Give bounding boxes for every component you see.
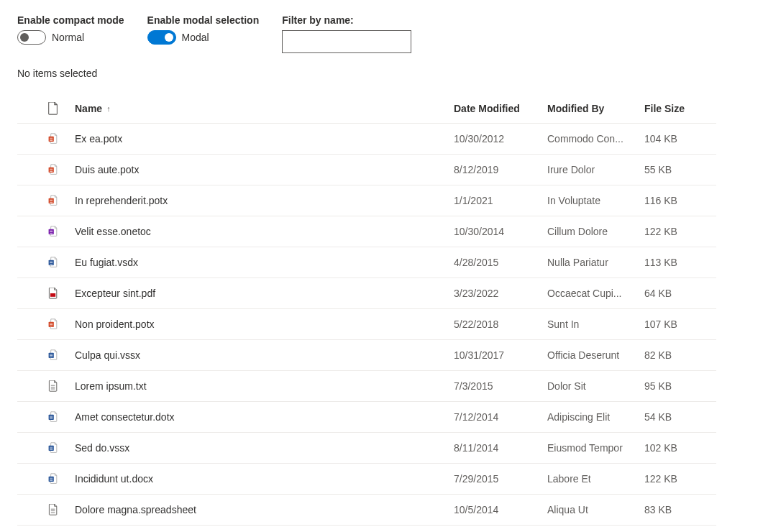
file-name: Incididunt ut.docx	[75, 473, 454, 485]
table-row[interactable]: Duis aute.potx8/12/2019Irure Dolor55 KB	[17, 155, 716, 185]
file-date: 10/31/2017	[454, 349, 547, 361]
file-modified-by: Cillum Dolore	[547, 226, 644, 237]
modal-selection-toggle[interactable]	[147, 30, 176, 45]
file-date: 5/22/2018	[454, 318, 547, 330]
filter-label: Filter by name:	[282, 14, 411, 26]
table-row[interactable]: Incididunt ut.docx7/29/2015Labore Et122 …	[17, 464, 716, 495]
svg-rect-7	[50, 171, 52, 172]
compact-mode-label: Enable compact mode	[17, 14, 124, 26]
column-header-size[interactable]: File Size	[644, 103, 716, 114]
svg-rect-39	[50, 449, 52, 450]
svg-rect-25	[49, 353, 54, 358]
table-row[interactable]: Lorem ipsum.txt7/3/2015Dolor Sit95 KB	[17, 371, 716, 402]
file-name: Non proident.potx	[75, 318, 454, 330]
svg-rect-37	[50, 447, 52, 448]
file-modified-by: Labore Et	[547, 473, 644, 485]
svg-rect-17	[50, 262, 52, 262]
svg-rect-22	[50, 324, 52, 324]
file-type-icon	[43, 380, 75, 392]
modal-selection-state: Modal	[182, 32, 209, 43]
file-name: Amet consectetur.dotx	[75, 411, 454, 423]
table-row[interactable]: Dolore magna.spreadsheet10/5/2014Aliqua …	[17, 495, 716, 526]
file-type-icon	[43, 133, 75, 145]
column-header-modified-by[interactable]: Modified By	[547, 103, 644, 114]
file-date: 8/12/2019	[454, 164, 547, 175]
file-size: 104 KB	[644, 133, 716, 145]
sort-ascending-icon: ↑	[106, 104, 111, 113]
filter-group: Filter by name:	[282, 14, 411, 53]
file-name: Ex ea.potx	[75, 133, 454, 145]
svg-rect-14	[50, 231, 52, 232]
table-row[interactable]: In reprehenderit.potx1/1/2021In Voluptat…	[17, 185, 716, 216]
modal-selection-group: Enable modal selection Modal	[147, 14, 260, 53]
svg-rect-38	[50, 448, 52, 449]
table-row[interactable]: Non proident.potx5/22/2018Sunt In107 KB	[17, 309, 716, 340]
filter-input[interactable]	[282, 30, 411, 53]
svg-rect-11	[50, 202, 52, 203]
table-row[interactable]: Sed do.vssx8/11/2014Eiusmod Tempor102 KB	[17, 433, 716, 464]
svg-rect-24	[50, 326, 52, 326]
svg-rect-21	[49, 322, 54, 327]
svg-rect-19	[50, 264, 52, 265]
file-name: Velit esse.onetoc	[75, 226, 454, 237]
file-generic-icon	[47, 102, 59, 115]
column-header-name[interactable]: Name ↑	[75, 103, 454, 114]
file-name: Dolore magna.spreadsheet	[75, 504, 454, 515]
file-modified-by: Officia Deserunt	[547, 349, 644, 361]
file-size: 122 KB	[644, 473, 716, 485]
file-modified-by: In Voluptate	[547, 195, 644, 206]
file-type-icon	[43, 195, 75, 206]
table-row[interactable]: Culpa qui.vssx10/31/2017Officia Deserunt…	[17, 340, 716, 371]
svg-rect-33	[50, 416, 52, 417]
file-date: 4/28/2015	[454, 257, 547, 268]
compact-mode-state: Normal	[52, 32, 84, 43]
table-header: Name ↑ Date Modified Modified By File Si…	[17, 93, 716, 124]
file-type-icon	[43, 257, 75, 268]
file-type-icon	[43, 164, 75, 175]
file-type-icon	[43, 226, 75, 237]
svg-rect-20	[50, 293, 55, 297]
svg-rect-41	[50, 478, 52, 479]
svg-rect-28	[50, 357, 52, 357]
svg-rect-1	[50, 138, 52, 139]
file-modified-by: Sunt In	[547, 318, 644, 330]
file-size: 107 KB	[644, 318, 716, 330]
modal-selection-label: Enable modal selection	[147, 14, 260, 26]
file-modified-by: Dolor Sit	[547, 380, 644, 392]
file-modified-by: Irure Dolor	[547, 164, 644, 175]
svg-rect-26	[50, 354, 52, 355]
file-date: 1/1/2021	[454, 195, 547, 206]
file-name: Duis aute.potx	[75, 164, 454, 175]
column-header-date[interactable]: Date Modified	[454, 103, 547, 114]
file-size: 54 KB	[644, 411, 716, 423]
file-size: 64 KB	[644, 288, 716, 299]
file-type-icon	[43, 473, 75, 485]
svg-rect-18	[50, 262, 52, 263]
table-row[interactable]: Eu fugiat.vsdx4/28/2015Nulla Pariatur113…	[17, 247, 716, 278]
file-size: 116 KB	[644, 195, 716, 206]
file-modified-by: Occaecat Cupi...	[547, 288, 644, 299]
table-row[interactable]: Amet consectetur.dotx7/12/2014Adipiscing…	[17, 402, 716, 433]
file-type-icon	[43, 349, 75, 361]
file-name: In reprehenderit.potx	[75, 195, 454, 206]
svg-rect-10	[50, 201, 52, 201]
table-row[interactable]: Excepteur sint.pdf3/23/2022Occaecat Cupi…	[17, 278, 716, 309]
file-modified-by: Nulla Pariatur	[547, 257, 644, 268]
file-date: 10/30/2012	[454, 133, 547, 145]
table-row[interactable]: Ex ea.potx10/30/2012Commodo Con...104 KB	[17, 124, 716, 155]
file-size: 82 KB	[644, 349, 716, 361]
svg-rect-27	[50, 355, 52, 356]
file-name: Lorem ipsum.txt	[75, 380, 454, 392]
compact-mode-toggle[interactable]	[17, 30, 46, 45]
svg-rect-9	[50, 200, 52, 201]
file-date: 8/11/2014	[454, 442, 547, 454]
svg-rect-3	[50, 140, 52, 141]
table-row[interactable]: Velit esse.onetoc10/30/2014Cillum Dolore…	[17, 216, 716, 247]
file-size: 83 KB	[644, 504, 716, 515]
svg-rect-42	[50, 479, 52, 480]
controls-bar: Enable compact mode Normal Enable modal …	[17, 14, 716, 53]
column-header-icon[interactable]	[43, 102, 75, 115]
svg-rect-8	[49, 198, 54, 203]
svg-rect-6	[50, 170, 52, 170]
file-modified-by: Eiusmod Tempor	[547, 442, 644, 454]
